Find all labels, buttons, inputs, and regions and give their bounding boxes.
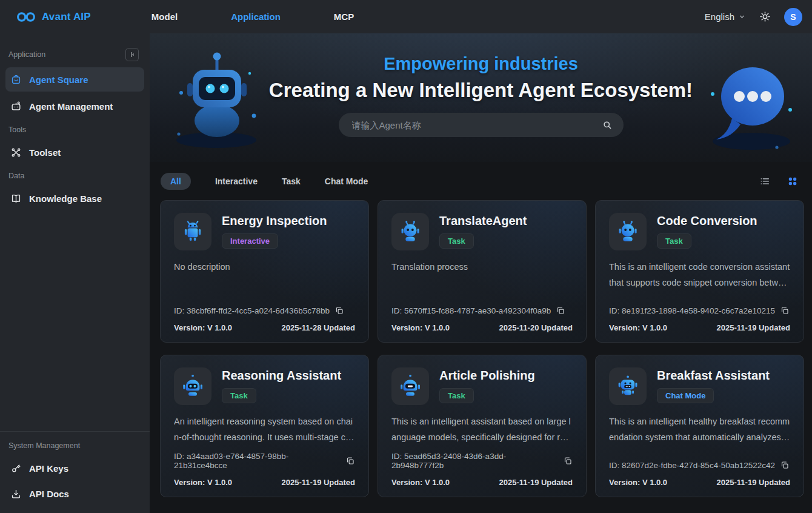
sidebar-section-application: Application (0, 42, 150, 66)
sun-icon (759, 11, 771, 22)
key-icon (10, 463, 22, 474)
agent-updated: 2025-11-20 Updated (499, 323, 573, 332)
agent-card-code-conversion[interactable]: Code Conversion Task This is an intellig… (595, 200, 804, 343)
copy-id-button[interactable] (780, 306, 790, 315)
agent-card-breakfast-assistant[interactable]: Breakfast Assistant Chat Mode This is an… (595, 355, 804, 497)
agent-updated: 2025-11-19 Updated (499, 478, 573, 487)
agent-title: Article Polishing (439, 367, 535, 383)
filter-tab-all[interactable]: All (161, 173, 191, 190)
grid-view-icon (787, 175, 799, 187)
agent-version: Version: V 1.0.0 (174, 478, 232, 487)
copy-icon (563, 456, 573, 466)
agent-card-reasoning-assistant[interactable]: Reasoning Assistant Task An intelligent … (160, 355, 369, 497)
sidebar-item-agent-management[interactable]: Agent Management (5, 94, 144, 118)
agent-id-row: ID: 8e191f23-1898-4e58-9402-c6c7a2e10215 (609, 306, 790, 315)
language-label: English (705, 12, 734, 22)
copy-id-button[interactable] (556, 306, 565, 315)
filter-tab-task[interactable]: Task (282, 173, 301, 190)
agent-search-bar (339, 113, 624, 137)
agent-description: No description (174, 259, 355, 275)
sidebar-item-label: Knowledge Base (29, 193, 102, 204)
agent-type-badge: Task (439, 233, 474, 249)
chat-bubble-3d-illustration (705, 61, 796, 153)
agent-updated: 2025-11-28 Updated (282, 323, 355, 332)
view-toggles (759, 175, 799, 187)
agent-type-badge: Task (222, 388, 256, 403)
sidebar-item-api-keys[interactable]: API Keys (5, 456, 144, 480)
theme-toggle-button[interactable] (759, 11, 771, 22)
card-header: TranslateAgent Task (391, 213, 573, 250)
card-footer: Version: V 1.0.0 2025-11-20 Updated (391, 323, 573, 332)
filter-tab-chat-mode[interactable]: Chat Mode (325, 173, 368, 190)
download-icon (10, 488, 22, 500)
grid-view-button[interactable] (787, 175, 799, 187)
filter-tabs: All Interactive Task Chat Mode (161, 173, 368, 190)
agent-icon-tile (609, 213, 647, 250)
agent-id: ID: 38cbf6ff-ffd2-4cc5-a024-6d436b5c78bb (174, 306, 330, 315)
brand-logo[interactable]: Avant AIP (16, 11, 91, 23)
card-footer: Version: V 1.0.0 2025-11-19 Updated (609, 323, 790, 332)
card-header: Breakfast Assistant Chat Mode (609, 367, 790, 405)
nav-item-mcp[interactable]: MCP (334, 12, 354, 22)
agent-icon-tile (391, 213, 429, 250)
agent-type-badge: Chat Mode (657, 388, 714, 403)
search-icon[interactable] (602, 119, 613, 130)
sidebar-collapse-button[interactable] (125, 48, 139, 61)
card-header: Code Conversion Task (609, 213, 790, 250)
sidebar-item-api-docs[interactable]: API Docs (5, 481, 144, 506)
panel-collapse-icon (128, 50, 136, 59)
main-content: Empowering industries Creating a New Int… (150, 33, 812, 513)
agent-id-row: ID: 5ead65d3-2408-43d6-a3dd-2b948b777f2b (391, 452, 573, 470)
filter-tab-interactive[interactable]: Interactive (215, 173, 258, 190)
infinity-logo-icon (16, 11, 36, 23)
agent-icon-tile (391, 367, 429, 405)
agent-id-row: ID: 38cbf6ff-ffd2-4cc5-a024-6d436b5c78bb (174, 306, 355, 315)
agent-id-row: ID: 5670ff15-fc88-4787-ae30-a492304f0a9b (391, 306, 573, 315)
agent-icon-tile (609, 367, 647, 405)
agent-description: Translation process (391, 259, 573, 275)
agent-version: Version: V 1.0.0 (391, 323, 450, 332)
card-footer: Version: V 1.0.0 2025-11-28 Updated (174, 323, 355, 332)
agent-card-energy-inspection[interactable]: Energy Inspection Interactive No descrip… (160, 200, 369, 343)
language-selector[interactable]: English (705, 12, 746, 22)
filter-toolbar: All Interactive Task Chat Mode (150, 162, 812, 190)
card-header: Energy Inspection Interactive (174, 213, 355, 250)
card-footer: Version: V 1.0.0 2025-11-19 Updated (174, 478, 355, 487)
agent-title: TranslateAgent (439, 213, 527, 228)
user-avatar[interactable]: S (784, 8, 802, 26)
copy-icon (345, 456, 355, 466)
copy-id-button[interactable] (334, 306, 344, 315)
sidebar-bottom-section: System Management API Keys API Docs (0, 431, 150, 507)
list-view-icon (759, 175, 771, 187)
nav-item-model[interactable]: Model (151, 12, 178, 22)
list-view-button[interactable] (759, 175, 771, 187)
sidebar-item-agent-square[interactable]: Agent Square (5, 67, 144, 92)
agent-type-badge: Task (439, 388, 474, 403)
copy-id-button[interactable] (345, 456, 355, 466)
agent-version: Version: V 1.0.0 (609, 478, 667, 487)
agent-card-translate-agent[interactable]: TranslateAgent Task Translation process … (378, 200, 587, 343)
copy-id-button[interactable] (563, 456, 573, 466)
agent-updated: 2025-11-19 Updated (717, 323, 790, 332)
toolset-icon (10, 147, 22, 158)
agent-title: Breakfast Assistant (657, 367, 770, 383)
robot-round-icon (615, 219, 641, 244)
sidebar-section-data: Data (0, 166, 150, 185)
agent-search-input[interactable] (352, 120, 602, 130)
sidebar-item-knowledge-base[interactable]: Knowledge Base (5, 186, 144, 210)
copy-id-button[interactable] (780, 460, 790, 470)
card-footer: Version: V 1.0.0 2025-11-19 Updated (391, 478, 573, 487)
copy-icon (780, 306, 790, 315)
copy-icon (556, 306, 565, 315)
agent-card-article-polishing[interactable]: Article Polishing Task This is an intell… (378, 355, 587, 497)
card-header: Reasoning Assistant Task (174, 367, 355, 405)
sidebar-spacer (0, 212, 150, 431)
card-header: Article Polishing Task (391, 367, 573, 405)
sidebar-item-label: API Keys (29, 463, 68, 474)
robot-round-icon (398, 219, 423, 244)
sidebar-item-toolset[interactable]: Toolset (5, 140, 144, 164)
sidebar-item-label: API Docs (29, 489, 69, 499)
nav-item-application[interactable]: Application (231, 12, 281, 22)
navbar-right: English S (705, 8, 802, 26)
agent-square-icon (10, 74, 22, 86)
